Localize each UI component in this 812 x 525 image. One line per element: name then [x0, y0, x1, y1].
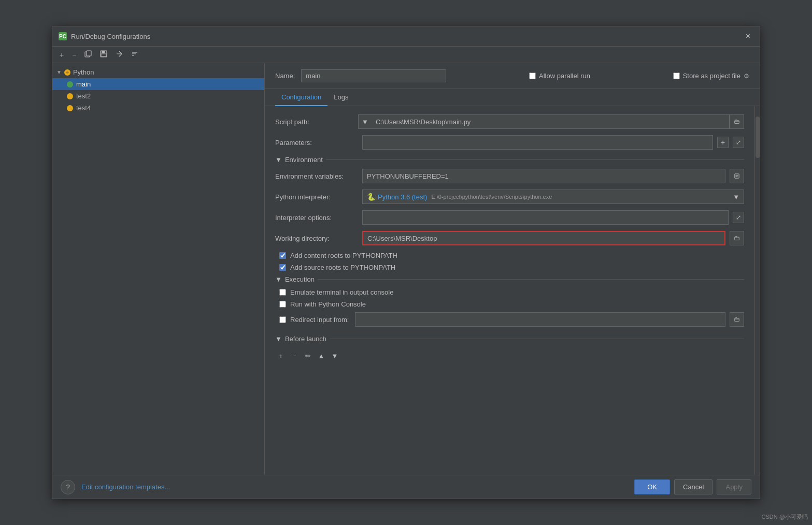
sidebar-item-test2[interactable]: test2 — [52, 90, 264, 102]
add-config-button[interactable]: + — [56, 49, 67, 61]
add-content-roots-checkbox[interactable] — [279, 252, 286, 259]
environment-chevron-icon[interactable]: ▼ — [275, 156, 282, 164]
parameters-input[interactable] — [362, 135, 713, 150]
interpreter-options-expand-button[interactable]: ⤢ — [733, 212, 744, 223]
footer-buttons: OK Cancel Apply — [634, 479, 751, 494]
interpreter-options-label: Interpreter options: — [275, 214, 358, 222]
sidebar-group-label: Python — [73, 68, 94, 76]
execution-section-label: Execution — [285, 275, 315, 283]
name-input[interactable] — [301, 69, 446, 82]
help-button[interactable]: ? — [61, 480, 75, 494]
emulate-terminal-row: Emulate terminal in output console — [275, 288, 744, 296]
redirect-input-label: Redirect input from: — [290, 316, 349, 324]
store-project-label: Store as project file — [683, 72, 740, 80]
python-interpreter-name: Python 3.6 (test) — [378, 193, 427, 201]
chevron-down-icon: ▼ — [56, 69, 62, 75]
script-path-label: Script path: — [275, 118, 358, 126]
environment-divider — [326, 159, 744, 160]
move-config-button[interactable] — [112, 49, 126, 61]
redirect-input-row: Redirect input from: — [275, 312, 744, 327]
env-variables-input[interactable] — [362, 169, 725, 183]
before-launch-section-label: Before launch — [285, 335, 326, 343]
sidebar-item-main[interactable]: main — [52, 78, 264, 90]
working-directory-browse-button[interactable] — [730, 231, 744, 245]
cancel-button[interactable]: Cancel — [674, 479, 713, 494]
allow-parallel-container: Allow parallel run — [529, 72, 590, 80]
working-directory-row: Working directory: — [275, 231, 744, 245]
config-dot-icon — [67, 93, 73, 99]
gear-icon: ⚙ — [744, 72, 749, 80]
sidebar-group-python[interactable]: ▼ Python — [52, 66, 264, 78]
redirect-input-checkbox[interactable] — [279, 316, 286, 323]
tab-logs[interactable]: Logs — [327, 89, 354, 106]
python-interpreter-path: E:\0-project\python\test\venv\Scripts\py… — [431, 194, 552, 200]
execution-divider — [318, 279, 744, 280]
env-variables-edit-button[interactable] — [730, 169, 744, 183]
before-launch-divider — [330, 339, 744, 339]
add-content-roots-row: Add content roots to PYTHONPATH — [275, 252, 744, 259]
config-header: Name: Allow parallel run Store as projec… — [265, 63, 760, 89]
store-project-checkbox[interactable] — [673, 72, 680, 79]
environment-section-label: Environment — [285, 156, 323, 164]
ok-button[interactable]: OK — [634, 479, 670, 494]
config-dot-icon — [67, 105, 73, 111]
redirect-input-field[interactable] — [355, 312, 725, 327]
script-path-input[interactable] — [372, 114, 730, 129]
save-config-button[interactable] — [97, 49, 110, 61]
scrollbar[interactable] — [754, 106, 760, 475]
allow-parallel-label: Allow parallel run — [539, 72, 590, 80]
sort-config-button[interactable] — [128, 49, 141, 61]
add-source-roots-checkbox[interactable] — [279, 264, 286, 271]
python-interpreter-icon: 🐍 — [367, 193, 376, 201]
sidebar-item-test4[interactable]: test4 — [52, 102, 264, 114]
config-dot-icon — [67, 81, 73, 88]
before-launch-move-up-button[interactable]: ▲ — [316, 350, 327, 361]
remove-config-button[interactable]: − — [69, 49, 79, 61]
allow-parallel-checkbox[interactable] — [529, 72, 536, 79]
parameters-row: Parameters: + ⤢ — [275, 135, 744, 150]
apply-button[interactable]: Apply — [717, 479, 751, 494]
add-content-roots-label: Add content roots to PYTHONPATH — [290, 252, 397, 259]
execution-chevron-icon[interactable]: ▼ — [275, 275, 282, 283]
python-interpreter-dropdown[interactable]: 🐍 Python 3.6 (test) E:\0-project\python\… — [362, 189, 744, 204]
script-path-dropdown-toggle[interactable]: ▼ — [358, 114, 372, 129]
interpreter-options-input[interactable] — [362, 210, 729, 225]
parameters-expand-button[interactable]: ⤢ — [733, 137, 744, 148]
emulate-terminal-checkbox[interactable] — [279, 289, 286, 296]
run-python-console-checkbox[interactable] — [279, 301, 286, 308]
scrollbar-thumb[interactable] — [756, 116, 760, 158]
main-content: ▼ Python main test2 — [52, 63, 760, 475]
dialog-footer: ? Edit configuration templates... OK Can… — [52, 475, 760, 499]
before-launch-add-button[interactable]: + — [275, 350, 287, 361]
tab-configuration[interactable]: Configuration — [275, 89, 327, 106]
copy-config-button[interactable] — [81, 49, 95, 61]
script-path-row: Script path: ▼ — [275, 114, 744, 129]
python-group-icon — [64, 69, 71, 76]
working-directory-input[interactable] — [362, 231, 725, 245]
env-variables-label: Environment variables: — [275, 172, 358, 180]
working-directory-label: Working directory: — [275, 235, 358, 242]
close-button[interactable]: × — [743, 31, 753, 42]
edit-templates-link[interactable]: Edit configuration templates... — [81, 483, 170, 491]
parameters-add-button[interactable]: + — [717, 137, 729, 148]
before-launch-toolbar: + − ✏ ▲ ▼ — [275, 348, 744, 361]
run-python-console-label: Run with Python Console — [290, 300, 366, 308]
redirect-input-browse-button[interactable] — [730, 312, 744, 327]
script-path-browse-button[interactable] — [730, 114, 744, 129]
name-label: Name: — [275, 72, 295, 80]
environment-section-header: ▼ Environment — [275, 156, 744, 164]
before-launch-remove-button[interactable]: − — [289, 350, 300, 361]
svg-rect-3 — [102, 51, 105, 53]
before-launch-chevron-icon[interactable]: ▼ — [275, 335, 282, 343]
app-icon: PC — [59, 32, 67, 40]
before-launch-edit-button[interactable]: ✏ — [302, 350, 314, 361]
interpreter-dropdown-chevron: ▼ — [733, 193, 739, 201]
env-variables-row: Environment variables: — [275, 169, 744, 183]
before-launch-section-header: ▼ Before launch — [275, 335, 744, 343]
run-debug-dialog: PC Run/Debug Configurations × + − — [52, 26, 760, 499]
sidebar: ▼ Python main test2 — [52, 63, 265, 475]
title-bar: PC Run/Debug Configurations × — [52, 26, 760, 47]
svg-rect-14 — [735, 237, 739, 240]
before-launch-move-down-button[interactable]: ▼ — [329, 350, 340, 361]
add-source-roots-label: Add source roots to PYTHONPATH — [290, 264, 395, 271]
